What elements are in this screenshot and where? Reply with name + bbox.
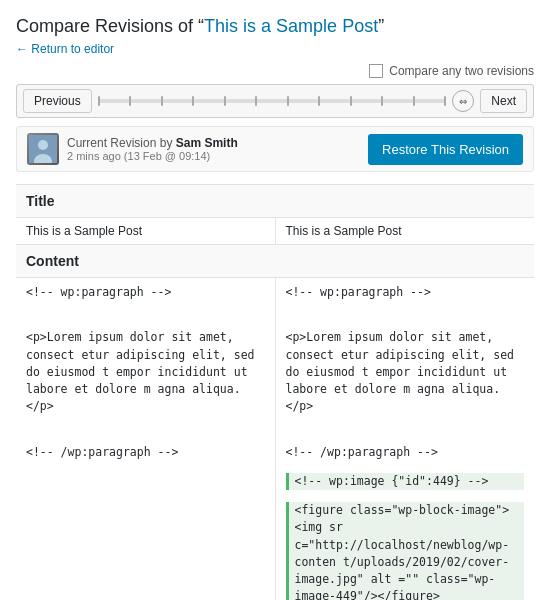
slider-tick [98,96,100,106]
content-right-end-para: <!-- /wp:paragraph --> [275,438,534,467]
content-right-blank-1 [275,307,534,323]
title-section-label: Title [16,185,534,218]
content-section-label: Content [16,245,534,278]
slider-tick [255,96,257,106]
return-to-editor-link[interactable]: Return to editor [16,42,114,56]
content-left-image-empty [16,467,275,496]
slider-tick [381,96,383,106]
title-suffix: ” [378,16,384,36]
revision-details: Current Revision by Sam Smith 2 mins ago… [67,136,238,162]
next-button[interactable]: Next [480,89,527,113]
content-right-lorem-text: <p>Lorem ipsum dolor sit amet, consect e… [286,329,525,415]
compare-checkbox[interactable] [369,64,383,78]
content-left-blank-1 [16,307,275,323]
by-label: Current Revision by [67,136,172,150]
slider-tick [129,96,131,106]
compare-label: Compare any two revisions [389,64,534,78]
slider-tick [161,96,163,106]
slider-tick [444,96,446,106]
slider-tick [318,96,320,106]
content-row-figure: <figure class="wp-block-image"><img sr c… [16,496,534,600]
content-left-1: <!-- wp:paragraph --> [16,278,275,308]
content-row-end-para: <!-- /wp:paragraph --> <!-- /wp:paragrap… [16,438,534,467]
slider-tick [224,96,226,106]
content-right-figure-text: <figure class="wp-block-image"><img sr c… [286,502,525,600]
author-name: Sam Smith [176,136,238,150]
content-left-1-text: <!-- wp:paragraph --> [26,284,265,301]
content-left-figure-empty [16,496,275,600]
content-section-header: Content [16,245,534,278]
content-right-image-comment: <!-- wp:image {"id":449} --> [286,473,525,490]
content-right-end-para-text: <!-- /wp:paragraph --> [286,444,525,461]
title-left-value: This is a Sample Post [26,224,265,238]
slider-tick [350,96,352,106]
page-title: Compare Revisions of “This is a Sample P… [16,16,534,37]
title-left-cell: This is a Sample Post [16,218,275,245]
title-prefix: Compare Revisions of “ [16,16,204,36]
avatar-image [27,133,59,165]
content-row-1: <!-- wp:paragraph --> <!-- wp:paragraph … [16,278,534,308]
title-diff-row: This is a Sample Post This is a Sample P… [16,218,534,245]
content-row-image-added: <!-- wp:image {"id":449} --> [16,467,534,496]
content-left-blank-2 [16,422,275,438]
revision-time: 2 mins ago (13 Feb @ 09:14) [67,150,238,162]
page-header: Compare Revisions of “This is a Sample P… [16,16,534,56]
title-section-header: Title [16,185,534,218]
content-right-image-added: <!-- wp:image {"id":449} --> [275,467,534,496]
content-left-lorem-text: <p>Lorem ipsum dolor sit amet, consect e… [26,329,265,415]
slider-arrow[interactable]: ⇔ [452,90,474,112]
content-left-lorem: <p>Lorem ipsum dolor sit amet, consect e… [16,323,275,421]
previous-button[interactable]: Previous [23,89,92,113]
content-left-end-para-text: <!-- /wp:paragraph --> [26,444,265,461]
revision-info: Current Revision by Sam Smith 2 mins ago… [27,133,238,165]
content-row-lorem: <p>Lorem ipsum dolor sit amet, consect e… [16,323,534,421]
page-container: Compare Revisions of “This is a Sample P… [0,0,550,600]
slider-track[interactable] [98,99,447,103]
slider-tick [192,96,194,106]
content-left-end-para: <!-- /wp:paragraph --> [16,438,275,467]
avatar [27,133,59,165]
post-title-link[interactable]: This is a Sample Post [204,16,378,36]
restore-button[interactable]: Restore This Revision [368,134,523,165]
content-right-blank-2 [275,422,534,438]
svg-point-1 [38,140,48,150]
slider-ticks [98,96,447,106]
content-right-1: <!-- wp:paragraph --> [275,278,534,308]
slider-tick [413,96,415,106]
navigation-bar: Previous ⇔ Next [16,84,534,118]
compare-row: Compare any two revisions [16,64,534,78]
content-row-blank-1 [16,307,534,323]
content-right-lorem: <p>Lorem ipsum dolor sit amet, consect e… [275,323,534,421]
content-row-blank-2 [16,422,534,438]
content-right-1-text: <!-- wp:paragraph --> [286,284,525,301]
revision-by-text: Current Revision by Sam Smith [67,136,238,150]
title-right-cell: This is a Sample Post [275,218,534,245]
slider-tick [287,96,289,106]
revision-bar: Current Revision by Sam Smith 2 mins ago… [16,126,534,172]
slider-container [98,99,447,103]
diff-table: Title This is a Sample Post This is a Sa… [16,184,534,600]
content-right-figure: <figure class="wp-block-image"><img sr c… [275,496,534,600]
title-right-value: This is a Sample Post [286,224,525,238]
